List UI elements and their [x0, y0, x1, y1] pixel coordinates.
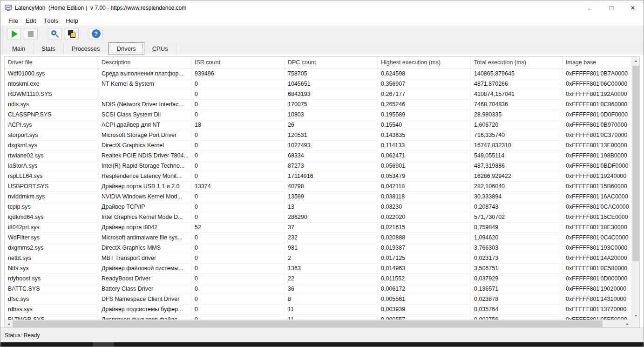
table-row[interactable]: netbt.sysMBT Transport driver020,0171250…: [5, 253, 639, 264]
table-row[interactable]: nvlddmkm.sysNVIDIA Windows Kernel Mod...…: [5, 192, 639, 202]
cell: SCSI Class System Dll: [98, 110, 191, 120]
table-row[interactable]: FLTMGR.SYSДиспетчер фильтров файло...011…: [5, 315, 639, 320]
column-header-5[interactable]: Total execution (ms): [471, 57, 563, 68]
table-row[interactable]: Wdf01000.sysСреда выполнения платфор...9…: [5, 69, 639, 79]
start-monitor-button[interactable]: [7, 28, 21, 40]
table-row[interactable]: dxgmms2.sysDirectX Graphics MMS09810,019…: [5, 243, 639, 253]
cell: 0: [191, 294, 285, 304]
horizontal-scroll-thumb[interactable]: [13, 320, 603, 327]
cell: 0xFFFFF801'05E50000: [563, 315, 639, 320]
cell: 68334: [285, 151, 378, 161]
scroll-left-arrow-icon[interactable]: [5, 320, 13, 327]
cell: 0,019387: [378, 243, 471, 253]
cell: 0: [191, 243, 285, 253]
cell: 0,002756: [471, 315, 563, 320]
table-row[interactable]: rdbss.sysДрайвер подсистемы буфер...0110…: [5, 305, 639, 315]
horizontal-scrollbar[interactable]: [5, 320, 631, 327]
maximize-button[interactable]: [601, 0, 622, 15]
cell: 17114916: [285, 171, 378, 181]
cell: NDIS (Network Driver Interfac...: [98, 100, 191, 109]
tab-stats[interactable]: Stats: [34, 42, 64, 54]
vertical-scrollbar[interactable]: [631, 57, 639, 320]
table-row[interactable]: USBPORT.SYSДрайвер порта USB 1.1 и 2.013…: [5, 182, 639, 192]
table-row[interactable]: storport.sysMicrosoft Storage Port Drive…: [5, 130, 639, 141]
cell: 0: [191, 305, 285, 314]
menu-tools[interactable]: Tools: [40, 15, 62, 26]
table-row[interactable]: i8042prt.sysДрайвер порта i804252370,021…: [5, 223, 639, 233]
table-row[interactable]: Ntfs.sysДрайвер файловой системы...01363…: [5, 264, 639, 274]
table-row[interactable]: rtwlane02.sysRealtek PCIE NDIS Driver 78…: [5, 151, 639, 161]
table-row[interactable]: tcpip.sysДрайвер TCP/IP0130,032300,20874…: [5, 202, 639, 212]
table-row[interactable]: iaStorA.sysIntel(R) Rapid Storage Techno…: [5, 161, 639, 171]
cell: NVIDIA Windows Kernel Mod...: [98, 192, 191, 202]
table-row[interactable]: rdyboost.sysReadyBoost Driver0220,011552…: [5, 274, 639, 284]
cell: netbt.sys: [5, 253, 98, 263]
cell: 37: [285, 223, 378, 232]
cell: 0xFFFFF801'19240000: [563, 171, 639, 181]
menu-file[interactable]: File: [5, 15, 22, 26]
column-header-1[interactable]: Description: [98, 57, 191, 68]
scroll-right-arrow-icon[interactable]: [624, 320, 631, 327]
menu-help[interactable]: Help: [62, 15, 82, 26]
cell: 11: [285, 305, 378, 314]
copy-report-button[interactable]: [65, 28, 79, 40]
table-row[interactable]: igdkmd64.sysIntel Graphics Kernel Mode D…: [5, 212, 639, 223]
cell: ReadyBoost Driver: [98, 274, 191, 284]
cell: 1,606720: [471, 120, 563, 130]
options-button[interactable]: [48, 28, 62, 40]
cell: 0: [191, 100, 285, 109]
table-row[interactable]: BATTC.SYSBattery Class Driver0360,006172…: [5, 284, 639, 294]
scroll-up-arrow-icon[interactable]: [632, 57, 640, 65]
close-button[interactable]: [622, 0, 644, 15]
menu-edit[interactable]: Edit: [22, 15, 40, 26]
table-row[interactable]: CLASSPNP.SYSSCSI Class System Dll0108030…: [5, 110, 639, 120]
cell: 0,023878: [471, 294, 563, 304]
column-header-0[interactable]: Driver file: [5, 57, 98, 68]
cell: RDWM1110.SYS: [5, 89, 98, 99]
cell: 0,208743: [471, 202, 563, 212]
cell: 0: [191, 161, 285, 171]
table-row[interactable]: ndis.sysNDIS (Network Driver Interfac...…: [5, 100, 639, 110]
column-header-3[interactable]: DPC count: [285, 57, 378, 68]
cell: ntoskrnl.exe: [5, 79, 98, 89]
tab-drivers[interactable]: Drivers: [108, 42, 144, 54]
stop-monitor-button[interactable]: [24, 28, 38, 40]
table-row[interactable]: dfsc.sysDFS Namespace Client Driver080,0…: [5, 294, 639, 305]
table-row[interactable]: rspLLL64.sysResplendence Latency Monit..…: [5, 171, 639, 182]
help-button[interactable]: [89, 28, 103, 40]
cell: i8042prt.sys: [5, 223, 98, 232]
cell: 0,021615: [378, 223, 471, 232]
cell: 0xFFFFF801'18E30000: [563, 223, 639, 232]
vertical-scroll-thumb[interactable]: [632, 66, 639, 261]
table-row[interactable]: ACPI.sysACPI драйвер для NT18260,155401,…: [5, 120, 639, 130]
title-bar: LatencyMon (Home Edition ) v 7.00 - http…: [0, 0, 644, 15]
taskbar-button-fragment[interactable]: [93, 342, 114, 347]
column-header-6[interactable]: Image base: [563, 57, 639, 68]
cell: 0,014963: [378, 264, 471, 273]
cell: 0,143635: [378, 130, 471, 140]
column-header-4[interactable]: Highest execution (ms): [378, 57, 471, 68]
cell: 4871,870266: [471, 79, 563, 89]
table-row[interactable]: dxgkrnl.sysDirectX Graphics Kernel010274…: [5, 141, 639, 151]
cell: Realtek PCIE NDIS Driver 7804...: [98, 151, 191, 161]
cell: 10803: [285, 110, 378, 120]
window-title: LatencyMon (Home Edition ) v 7.00 - http…: [15, 5, 186, 11]
tab-main[interactable]: Main: [4, 42, 34, 54]
table-row[interactable]: RDWM1110.SYS068431930,267177410874,15704…: [5, 89, 639, 100]
stop-icon: [28, 31, 34, 37]
tab-cpus[interactable]: CPUs: [144, 42, 176, 54]
cell: FLTMGR.SYS: [5, 315, 98, 320]
cell: 0xFFFFF801'13770000: [563, 305, 639, 314]
cell: 0,006172: [378, 284, 471, 294]
cell: 0: [191, 89, 285, 99]
table-row[interactable]: WdFilter.sysMicrosoft antimalware file s…: [5, 233, 639, 243]
cell: CLASSPNP.SYS: [5, 110, 98, 120]
table-row[interactable]: ntoskrnl.exeNT Kernel & System010456510,…: [5, 79, 639, 89]
column-header-2[interactable]: ISR count: [191, 57, 285, 68]
minimize-button[interactable]: [579, 0, 601, 15]
scroll-down-arrow-icon[interactable]: [632, 312, 640, 320]
cell: 0: [191, 192, 285, 202]
cell: 18: [191, 120, 285, 130]
tab-processes[interactable]: Processes: [64, 42, 108, 54]
play-icon: [12, 30, 18, 38]
